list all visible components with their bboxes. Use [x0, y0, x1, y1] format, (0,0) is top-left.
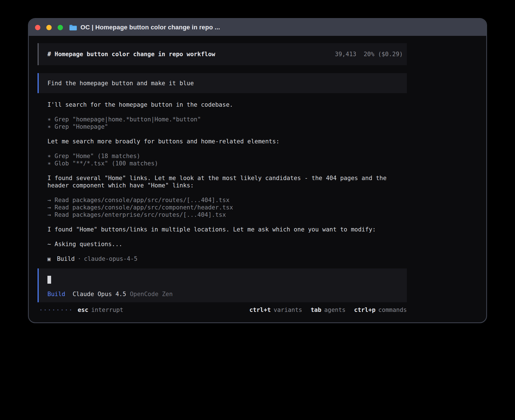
session-content: # Homepage button color change in repo w… [38, 36, 407, 314]
tool-call-line: → Read packages/console/app/src/componen… [47, 204, 407, 211]
progress-dots-icon [40, 309, 71, 310]
input-provider-label: OpenCode Zen [130, 290, 173, 298]
terminal-window: OC | Homepage button color change in rep… [28, 18, 487, 323]
agent-separator: · [78, 255, 81, 262]
zoom-window-button[interactable] [58, 25, 63, 30]
working-status-line: ~ Asking questions... [47, 240, 407, 248]
tool-call-group: ∗ Grep "homepage|home.*button|Home.*butt… [47, 116, 407, 130]
input-model-row: Build Claude Opus 4.5 OpenCode Zen [47, 290, 407, 298]
agent-name: Build [57, 255, 75, 262]
assistant-transcript: I'll search for the homepage button in t… [38, 101, 407, 248]
tool-call-line: ∗ Grep "Home" (18 matches) [47, 152, 407, 160]
transcript-line: I found several "Home" links. Let me loo… [47, 174, 407, 182]
tool-call-line: ∗ Grep "Homepage" [47, 123, 407, 130]
assistant-paragraph: I found several "Home" links. Let me loo… [47, 174, 407, 189]
transcript-line: I'll search for the homepage button in t… [47, 101, 407, 108]
shortcut-label: commands [378, 306, 407, 314]
agent-icon: ▣ [47, 255, 51, 262]
tool-call-line: → Read packages/enterprise/src/routes/[.… [47, 211, 407, 218]
shortcut-agents: tab agents [311, 306, 346, 314]
assistant-paragraph: I found "Home" buttons/links in multiple… [47, 226, 407, 233]
status-bar: esc interrupt ctrl+t variants tab agents… [38, 306, 407, 314]
text-cursor [47, 276, 51, 284]
shortcut-key: ctrl+t [249, 306, 271, 314]
shortcut-variants: ctrl+t variants [249, 306, 302, 314]
shortcut-label: variants [274, 306, 302, 314]
user-message-text: Find the homepage button and make it blu… [47, 80, 194, 87]
minimize-window-button[interactable] [46, 25, 52, 30]
transcript-line: header component which have "Home" links… [47, 182, 407, 189]
user-message: Find the homepage button and make it blu… [38, 73, 407, 93]
interrupt-key: esc [78, 306, 88, 314]
shortcut-commands: ctrl+p commands [354, 306, 407, 314]
status-bar-left: esc interrupt [38, 306, 123, 314]
window-titlebar: OC | Homepage button color change in rep… [29, 19, 486, 36]
prompt-input[interactable]: Build Claude Opus 4.5 OpenCode Zen [38, 268, 407, 302]
shortcut-label: agents [324, 306, 346, 314]
window-title: OC | Homepage button color change in rep… [80, 24, 220, 31]
transcript-line: I found "Home" buttons/links in multiple… [47, 226, 407, 233]
input-agent-label[interactable]: Build [47, 290, 65, 298]
folder-icon [69, 24, 77, 31]
interrupt-label: interrupt [91, 306, 123, 314]
assistant-paragraph: I'll search for the homepage button in t… [47, 101, 407, 108]
transcript-line: Let me search more broadly for buttons a… [47, 138, 407, 145]
traffic-lights [35, 25, 63, 30]
tool-call-line: → Read packages/console/app/src/routes/[… [47, 196, 407, 204]
working-status: ~ Asking questions... [47, 240, 407, 248]
agent-model: claude-opus-4-5 [84, 255, 138, 262]
token-count: 39,413 [335, 51, 356, 58]
tool-call-group: → Read packages/console/app/src/routes/[… [47, 196, 407, 218]
tool-call-group: ∗ Grep "Home" (18 matches) ∗ Glob "**/*.… [47, 152, 407, 167]
session-title: # Homepage button color change in repo w… [47, 51, 215, 58]
session-header: # Homepage button color change in repo w… [38, 43, 407, 65]
tool-call-line: ∗ Glob "**/*.tsx" (100 matches) [47, 160, 407, 167]
context-usage-cost: 20% ($0.29) [364, 51, 403, 58]
shortcut-key: ctrl+p [354, 306, 376, 314]
agent-status-row: ▣ Build · claude-opus-4-5 [38, 255, 407, 262]
session-stats: 39,41320% ($0.29) [335, 51, 403, 58]
close-window-button[interactable] [35, 25, 40, 30]
assistant-paragraph: Let me search more broadly for buttons a… [47, 138, 407, 145]
shortcut-key: tab [311, 306, 321, 314]
status-bar-right: ctrl+t variants tab agents ctrl+p comman… [241, 306, 407, 314]
tool-call-line: ∗ Grep "homepage|home.*button|Home.*butt… [47, 116, 407, 123]
input-model-label[interactable]: Claude Opus 4.5 [73, 290, 126, 298]
